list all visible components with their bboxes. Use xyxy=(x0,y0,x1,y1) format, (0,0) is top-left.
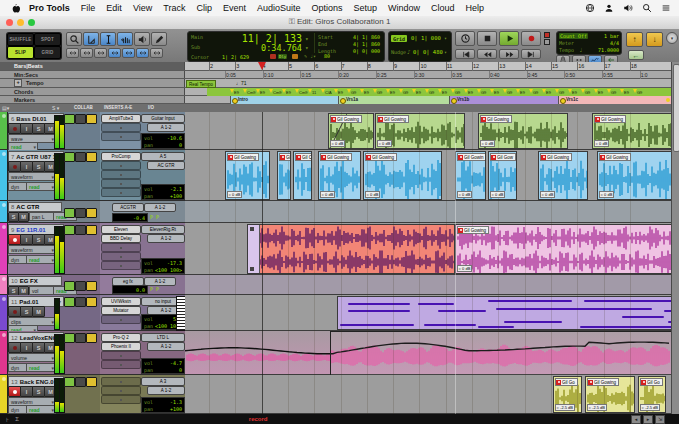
chord-label[interactable]: G9 xyxy=(559,90,564,95)
clip-gain-badge[interactable]: ▹ 0 dB xyxy=(599,191,614,198)
track-header-bass-di-01[interactable]: 6Bass DI.01▾ISMwave▾read▾AmpliTube3Guita… xyxy=(0,112,185,150)
clip-gain-badge[interactable]: ▹ 0 dB xyxy=(540,191,555,198)
track-output-selector[interactable]: A 1-2 xyxy=(144,203,176,212)
track-header-ac-gtr[interactable]: 8AC GTRSMpan LreadACGTRA 1-2-0.4P P xyxy=(0,201,185,223)
chord-label[interactable]: Cm9 xyxy=(299,90,307,95)
track-input-selector[interactable]: LTD L xyxy=(141,333,185,342)
audio-clip[interactable]: Gil C xyxy=(293,151,312,200)
audio-clip[interactable]: Gil Go▹ -2.5 dB xyxy=(638,376,666,413)
count-off-label[interactable]: Count Off xyxy=(559,33,588,39)
online-button[interactable] xyxy=(455,31,475,46)
rewind-button[interactable] xyxy=(477,49,497,59)
clip-gain-badge[interactable]: ▹ -2.5 dB xyxy=(587,404,607,411)
track-header-ac-gtr-u87-1[interactable]: 7Ac GTR U87 1▾ISMwaveform▾dynread▾ProCom… xyxy=(0,150,185,201)
midi-clip[interactable] xyxy=(337,296,672,330)
toolbar-menu-button[interactable]: ▾ xyxy=(666,32,678,44)
track-view-selector[interactable]: volume▾ xyxy=(8,353,56,362)
insert-slot[interactable] xyxy=(101,261,141,270)
insert-slot[interactable] xyxy=(101,395,141,404)
length-value[interactable]: 0| 0| 000 xyxy=(340,48,380,54)
track-lane-eg-fx[interactable] xyxy=(185,275,672,295)
track-lane-pad-01[interactable] xyxy=(185,295,672,331)
chord-label[interactable]: G9 xyxy=(611,90,616,95)
insert-slot[interactable]: Eleven xyxy=(101,225,141,234)
midi-note[interactable] xyxy=(348,310,410,312)
chord-label[interactable]: E9 xyxy=(364,90,369,95)
insert-slot[interactable] xyxy=(101,188,141,197)
chord-label[interactable]: E9 xyxy=(416,90,421,95)
track-name[interactable]: 8AC GTR xyxy=(8,202,62,212)
track-view-selector[interactable]: waveform▾ xyxy=(8,245,56,254)
collab-upload-button[interactable] xyxy=(64,297,75,307)
menu-item-file[interactable]: File xyxy=(81,3,96,13)
chord-label[interactable]: E9 xyxy=(286,90,291,95)
chord-label[interactable]: E9 xyxy=(598,90,603,95)
meter-value[interactable]: 4/4 xyxy=(610,40,619,46)
marker-dot-icon[interactable] xyxy=(666,98,670,102)
chord-label[interactable]: C/A xyxy=(325,90,332,95)
clip-gain-badge[interactable]: ▹ 0 dB xyxy=(320,191,335,198)
track-output-selector[interactable]: A 1-2 xyxy=(144,277,176,286)
insert-slot[interactable]: ProComp xyxy=(101,152,141,161)
clip-gain-badge[interactable]: ▹ 0 dB xyxy=(594,140,609,147)
sub-counter-value[interactable]: 0:34.764 xyxy=(212,43,302,53)
count-off-value[interactable]: 1 bar xyxy=(604,33,619,39)
track-header-leadvoxeng[interactable]: 12LeadVoxENG▾ISMvolume▾dynread▾Pro-Q 2Ph… xyxy=(0,331,185,375)
track-dyn-button[interactable]: dyn xyxy=(8,405,28,414)
track-list-menu[interactable]: ▤▾ xyxy=(2,105,9,111)
menu-item-help[interactable]: Help xyxy=(466,3,485,13)
audio-clip[interactable]: Gil Gowing▹ 0 dB xyxy=(597,151,672,200)
chord-label[interactable]: G9 xyxy=(585,90,590,95)
track-vol-pan-display[interactable]: vol-17.3pan<100 100> xyxy=(141,258,185,274)
track-input-selector[interactable]: A 5 xyxy=(141,152,185,161)
track-header-eg-fx[interactable]: 10EG FXSMvolreadeg fxA 1-20.0P P xyxy=(0,275,185,295)
zoom-preset-3-button[interactable] xyxy=(136,48,149,58)
audio-clip[interactable]: Gil Gowing▹ 0 dB xyxy=(478,113,568,149)
track-vol-pan-display[interactable]: vol-1.3pan+100 xyxy=(141,397,185,413)
clip-gain-badge[interactable]: ▹ 0 dB xyxy=(457,191,472,198)
insert-slot[interactable] xyxy=(101,243,141,252)
tempo-value[interactable]: 71.0000 xyxy=(598,47,619,53)
collab-download-button[interactable] xyxy=(75,208,86,218)
track-name[interactable]: 10EG FX xyxy=(8,276,62,286)
nudge-menu-icon[interactable]: ▾ xyxy=(444,49,447,55)
chord-label[interactable]: G9 xyxy=(429,90,434,95)
track-vol-pan-display[interactable]: vol-4.7pan0 xyxy=(141,358,185,374)
track-lane-bass-di-01[interactable]: Gil Gowing▹ 0 dBGil Gowing▹ 0 dBGil Gowi… xyxy=(185,112,672,150)
ruler-tempo[interactable]: +TempoReal Tempo♩71 xyxy=(0,79,679,88)
play-button[interactable] xyxy=(499,31,519,46)
ruler-min-secs[interactable]: Min:Secs0:050:100:150:200:250:300:350:40… xyxy=(0,71,679,79)
low-latency-badge[interactable] xyxy=(292,54,298,59)
midi-note[interactable] xyxy=(424,324,476,326)
audio-clip[interactable]: Gil Gow▹ 0 dB xyxy=(488,151,517,200)
track-output-selector[interactable]: A 1-2 xyxy=(147,342,185,351)
edit-mode-grid[interactable]: GRID xyxy=(34,46,61,59)
menu-item-audiosuite[interactable]: AudioSuite xyxy=(257,3,301,13)
collab-upload-button[interactable] xyxy=(64,114,75,124)
user-icon[interactable] xyxy=(604,3,614,13)
menu-item-edit[interactable]: Edit xyxy=(106,3,122,13)
insert-slot[interactable] xyxy=(101,132,141,141)
midi-note[interactable] xyxy=(340,324,414,326)
menu-item-event[interactable]: Event xyxy=(223,3,246,13)
marker-region[interactable]: Vrs1a xyxy=(338,96,449,104)
midi-merge-button[interactable]: ← xyxy=(628,50,644,60)
midi-note[interactable] xyxy=(580,326,672,328)
track-view-selector[interactable]: vol xyxy=(29,286,55,295)
zoom-toggle-button[interactable] xyxy=(66,48,79,58)
record-button[interactable] xyxy=(521,31,541,46)
scrubber-tool-button[interactable] xyxy=(134,32,150,46)
zoomer-tool-button[interactable] xyxy=(66,32,82,46)
insert-slot[interactable]: Phoenix II xyxy=(101,342,141,351)
chord-label[interactable]: 11 xyxy=(312,90,316,95)
collab-download-button[interactable] xyxy=(75,152,86,162)
collab-sync-button[interactable] xyxy=(86,281,97,291)
chord-label[interactable]: E9 xyxy=(468,90,473,95)
collab-sync-button[interactable] xyxy=(86,152,97,162)
pencil-tool-button[interactable] xyxy=(151,32,167,46)
audio-clip[interactable]: Gil Gowing▹ 0 dB xyxy=(318,151,361,200)
track-mute-button[interactable]: M xyxy=(18,212,29,222)
track-lane-leadvoxeng[interactable] xyxy=(185,331,672,375)
track-vol-pan-display[interactable]: vol-2.1pan+100 xyxy=(141,184,185,200)
pencil-icon[interactable]: ✎ ♩▾ xyxy=(304,53,316,59)
